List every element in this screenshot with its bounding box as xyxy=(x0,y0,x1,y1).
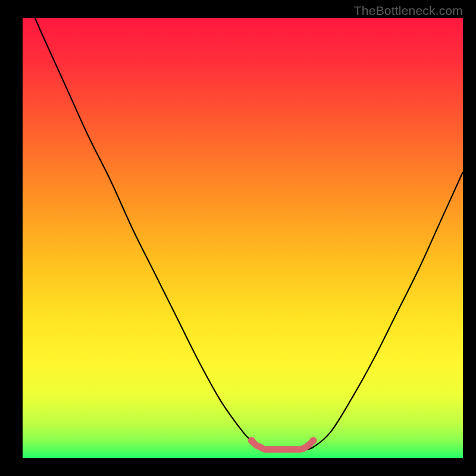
plot-area xyxy=(23,18,463,458)
marker-end-right xyxy=(309,437,317,444)
bottom-red-marker xyxy=(252,440,314,449)
bottleneck-curve xyxy=(23,18,463,449)
curve-layer xyxy=(23,18,463,458)
marker-end-left xyxy=(248,437,255,444)
watermark-text: TheBottleneck.com xyxy=(354,4,463,18)
chart-frame: TheBottleneck.com xyxy=(0,0,476,476)
